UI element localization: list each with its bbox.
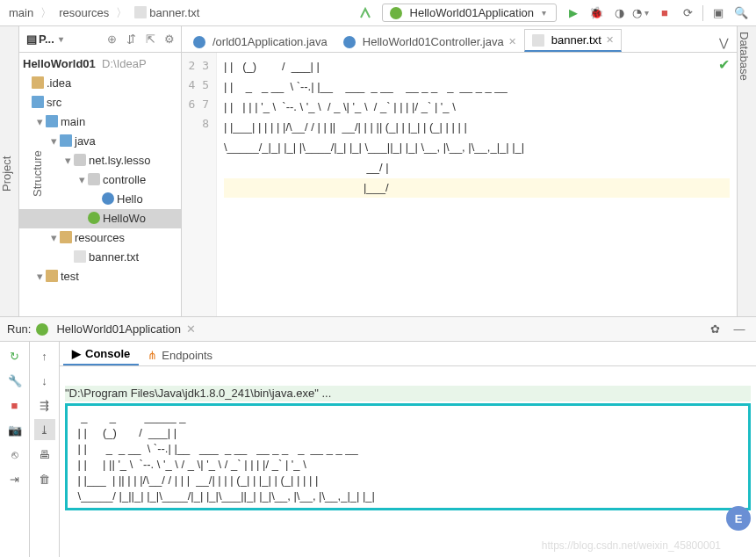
- class-icon: [193, 36, 205, 48]
- tab-controller-java[interactable]: HelloWorld01Controller.java✕: [335, 31, 524, 52]
- breadcrumbs: main 〉 resources 〉 banner.txt: [5, 4, 203, 21]
- exit-button[interactable]: ⎋: [4, 444, 25, 465]
- tab-label: /orld01Application.java: [212, 35, 328, 48]
- node-label: test: [61, 270, 79, 283]
- build-button[interactable]: [356, 4, 375, 23]
- dump-button[interactable]: 📷: [4, 419, 25, 440]
- node-label: main: [61, 115, 85, 128]
- console-tabs: ▶Console ⋔Endpoints: [60, 342, 756, 366]
- endpoints-tab[interactable]: ⋔Endpoints: [139, 345, 221, 365]
- node-label: net.lsy.lesso: [89, 154, 151, 167]
- tab-banner-txt[interactable]: banner.txt✕: [524, 29, 622, 52]
- database-tool-tab[interactable]: Database: [738, 32, 751, 316]
- crumb-main[interactable]: main: [5, 4, 37, 21]
- crumb-sep-icon: 〉: [114, 5, 129, 21]
- crumb-resources[interactable]: resources: [55, 4, 112, 21]
- up-button[interactable]: ↑: [34, 345, 55, 366]
- tab-application-java[interactable]: /orld01Application.java: [185, 31, 335, 52]
- coverage-button[interactable]: ◑: [609, 4, 629, 23]
- console-tab[interactable]: ▶Console: [63, 344, 139, 365]
- node-label: HelloWo: [103, 212, 146, 225]
- stop-button[interactable]: ■: [655, 4, 674, 23]
- collapse-all-icon[interactable]: ⇱: [142, 32, 158, 47]
- pkg-icon: [74, 154, 86, 166]
- tab-label: HelloWorld01Controller.java: [363, 35, 504, 48]
- module-path-label: D:\IdeaP: [98, 57, 146, 70]
- endpoints-icon: ⋔: [148, 349, 157, 362]
- tab-label: banner.txt: [551, 33, 601, 47]
- chevron-down-icon: ▾: [539, 8, 549, 18]
- editor-tabs: /orld01Application.java HelloWorld01Cont…: [182, 26, 737, 53]
- debug-button[interactable]: 🐞: [587, 4, 606, 23]
- soft-wrap-button[interactable]: ⇶: [34, 394, 55, 416]
- node-label: java: [75, 134, 96, 148]
- crumb-file-label: banner.txt: [149, 6, 199, 19]
- node-label: .idea: [47, 76, 71, 90]
- run-header: Run: HelloWorld01Application ✕ ✿ —: [0, 317, 756, 342]
- text-file-icon: [134, 6, 147, 18]
- run-left-toolbar: ↻ 🔧 ■ 📷 ⎋ ⇥: [0, 342, 30, 557]
- search-button[interactable]: 🔍: [731, 4, 751, 23]
- inspection-ok-icon[interactable]: ✔: [718, 56, 730, 73]
- structure-tool-tab[interactable]: Structure: [31, 32, 44, 316]
- fold-b-icon: [60, 134, 72, 147]
- console-output[interactable]: "D:\Program Files\Java\jdk1.8.0_241\bin\…: [60, 366, 756, 557]
- wrench-button[interactable]: 🔧: [4, 370, 25, 391]
- right-tool-stripe: Database m Maven: [737, 26, 756, 316]
- fold-b-icon: [46, 115, 58, 127]
- vcs-button[interactable]: ▣: [709, 4, 728, 23]
- layout-button[interactable]: ⇥: [4, 468, 25, 489]
- run-button[interactable]: ▶: [564, 4, 583, 23]
- crumb-file[interactable]: banner.txt: [131, 4, 203, 21]
- node-label: controlle: [103, 173, 146, 186]
- run-settings-icon[interactable]: ✿: [705, 320, 724, 339]
- project-tool-tab[interactable]: Project: [0, 32, 13, 316]
- pkg-icon: [88, 173, 100, 185]
- crumb-sep-icon: 〉: [39, 5, 54, 21]
- class-icon: [343, 36, 356, 48]
- txt-icon: [74, 250, 86, 263]
- close-icon[interactable]: ✕: [606, 34, 614, 46]
- main-toolbar: main 〉 resources 〉 banner.txt HelloWorld…: [0, 0, 756, 26]
- project-view-selector[interactable]: ▤ P...▾: [23, 33, 69, 46]
- run-mid-toolbar: ↑ ↓ ⇶ ⤓ 🖶 🗑: [30, 342, 60, 557]
- watermark-label: https://blog.csdn.net/weixin_45800001: [542, 539, 721, 552]
- node-label: Hello: [117, 192, 143, 206]
- tabs-dropdown-button[interactable]: ⋁: [714, 33, 733, 52]
- run-config-label: HelloWorld01Application: [410, 6, 534, 19]
- banner-output-box: _ _ _____ _ | | (_) / ___| | | | _ _ __ …: [65, 403, 751, 510]
- settings-icon[interactable]: ⚙: [162, 32, 177, 47]
- run-config-name[interactable]: HelloWorld01Application: [56, 322, 180, 336]
- select-opened-file-icon[interactable]: ⊕: [104, 32, 119, 47]
- editor-pane: /orld01Application.java HelloWorld01Cont…: [182, 26, 737, 316]
- clear-button[interactable]: 🗑: [34, 468, 55, 489]
- rerun-button[interactable]: ↻: [4, 345, 25, 366]
- node-label: resources: [75, 231, 125, 244]
- spring-boot-icon: [390, 7, 402, 19]
- run-tool-window: Run: HelloWorld01Application ✕ ✿ — ↻ 🔧 ■…: [0, 316, 756, 557]
- spring-boot-icon: [36, 323, 48, 336]
- scroll-end-button[interactable]: ⤓: [34, 419, 55, 440]
- cls-icon: [102, 192, 114, 205]
- profile-button[interactable]: ◔▾: [632, 4, 652, 23]
- update-button[interactable]: ⟳: [678, 4, 697, 23]
- expand-all-icon[interactable]: ⇵: [123, 32, 139, 47]
- run-title-label: Run:: [7, 322, 31, 336]
- fold-icon: [60, 231, 72, 243]
- close-run-tab-icon[interactable]: ✕: [186, 322, 196, 336]
- print-button[interactable]: 🖶: [34, 444, 55, 465]
- hide-run-button[interactable]: —: [730, 320, 749, 339]
- editor-gutter[interactable]: 2 3 4 5 6 7 8: [182, 53, 217, 316]
- stop-button[interactable]: ■: [4, 394, 25, 416]
- close-icon[interactable]: ✕: [508, 36, 516, 47]
- run-config-selector[interactable]: HelloWorld01Application ▾: [382, 4, 557, 22]
- sb-icon: [88, 212, 100, 224]
- down-button[interactable]: ↓: [34, 370, 55, 391]
- editor-code-area[interactable]: | | (_) / ___| | | | _ _ __ \ `--.| |__ …: [217, 53, 737, 316]
- node-label: banner.txt: [89, 250, 139, 264]
- node-label: src: [47, 96, 61, 109]
- fold-icon: [46, 270, 58, 282]
- e-badge-icon: E: [726, 506, 751, 531]
- console-icon: ▶: [72, 347, 81, 360]
- text-file-icon: [532, 34, 544, 47]
